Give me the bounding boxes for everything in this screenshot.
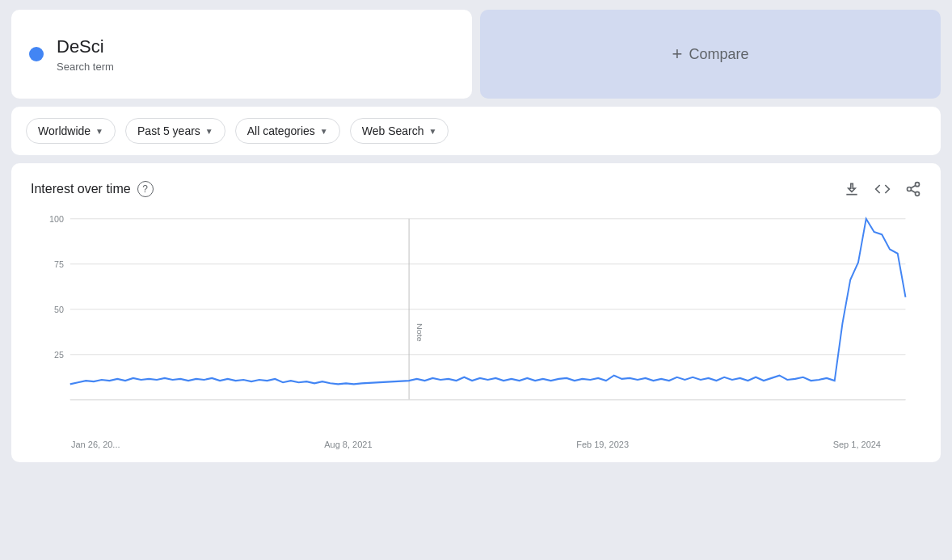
search-term-subtitle: Search term bbox=[57, 61, 114, 73]
filter-search-type-label: Web Search bbox=[362, 124, 424, 137]
svg-text:100: 100 bbox=[49, 214, 64, 225]
chart-title: Interest over time bbox=[31, 182, 131, 196]
svg-point-1 bbox=[916, 183, 920, 187]
chart-area: 100 75 50 25 Note bbox=[31, 210, 921, 436]
svg-line-4 bbox=[911, 190, 916, 192]
filter-time[interactable]: Past 5 years ▼ bbox=[125, 118, 225, 144]
compare-plus-icon: + bbox=[672, 44, 683, 65]
svg-text:75: 75 bbox=[54, 259, 64, 270]
filter-category[interactable]: All categories ▼ bbox=[235, 118, 340, 144]
help-icon[interactable]: ? bbox=[137, 181, 154, 197]
search-term-title: DeSci bbox=[57, 36, 114, 59]
search-term-card: DeSci Search term bbox=[11, 10, 472, 99]
page-wrapper: DeSci Search term + Compare Worldwide ▼ … bbox=[0, 0, 952, 472]
chevron-down-icon: ▼ bbox=[428, 127, 436, 136]
filter-bar: Worldwide ▼ Past 5 years ▼ All categorie… bbox=[11, 107, 941, 155]
share-button[interactable] bbox=[905, 181, 921, 197]
svg-line-5 bbox=[911, 185, 916, 187]
chart-x-labels: Jan 26, 20... Aug 8, 2021 Feb 19, 2023 S… bbox=[31, 436, 921, 449]
compare-label: Compare bbox=[689, 46, 748, 63]
filter-search-type[interactable]: Web Search ▼ bbox=[350, 118, 449, 144]
chart-card: Interest over time ? bbox=[11, 163, 941, 462]
x-label-3: Feb 19, 2023 bbox=[576, 440, 629, 449]
chart-title-row: Interest over time ? bbox=[31, 181, 154, 197]
svg-text:Note: Note bbox=[415, 323, 423, 342]
svg-text:25: 25 bbox=[54, 350, 64, 360]
download-button[interactable] bbox=[844, 181, 860, 197]
chart-actions bbox=[844, 181, 921, 197]
svg-text:50: 50 bbox=[54, 305, 64, 315]
filter-time-label: Past 5 years bbox=[137, 124, 200, 137]
search-dot bbox=[29, 47, 44, 61]
filter-category-label: All categories bbox=[247, 124, 315, 137]
svg-point-2 bbox=[908, 187, 912, 192]
chevron-down-icon: ▼ bbox=[95, 127, 103, 136]
search-term-text: DeSci Search term bbox=[57, 36, 114, 73]
svg-point-3 bbox=[916, 192, 920, 196]
compare-card[interactable]: + Compare bbox=[480, 10, 941, 99]
chevron-down-icon: ▼ bbox=[205, 127, 213, 136]
x-label-4: Sep 1, 2024 bbox=[833, 440, 881, 449]
chevron-down-icon: ▼ bbox=[320, 127, 328, 136]
chart-header: Interest over time ? bbox=[31, 181, 921, 197]
chart-svg: 100 75 50 25 Note bbox=[31, 210, 921, 436]
top-row: DeSci Search term + Compare bbox=[11, 10, 941, 99]
embed-button[interactable] bbox=[874, 181, 891, 197]
filter-location-label: Worldwide bbox=[38, 124, 91, 137]
filter-location[interactable]: Worldwide ▼ bbox=[26, 118, 116, 144]
x-label-1: Jan 26, 20... bbox=[71, 440, 120, 449]
x-label-2: Aug 8, 2021 bbox=[324, 440, 372, 449]
